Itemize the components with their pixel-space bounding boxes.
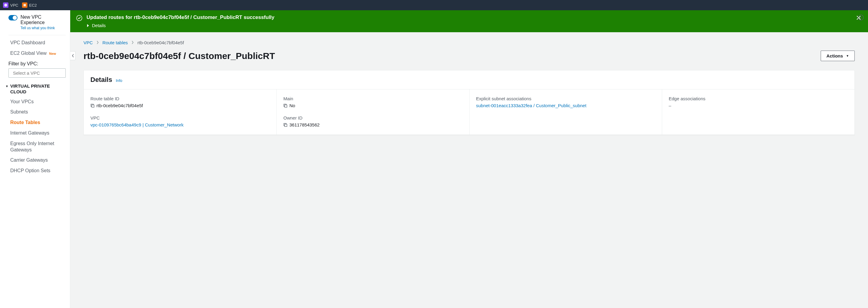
- label-explicit-subnet: Explicit subnet associations: [476, 96, 655, 101]
- chevron-right-icon: [96, 40, 99, 45]
- details-panel: Details Info Route table ID rtb-0ceb9e04…: [84, 70, 855, 135]
- caret-down-icon: ▼: [846, 54, 849, 58]
- label-owner-id: Owner ID: [283, 115, 462, 121]
- service-label: EC2: [29, 3, 37, 7]
- value-vpc-link[interactable]: vpc-0109765bc64ba49c9 | Customer_Network: [90, 122, 184, 127]
- breadcrumb-vpc[interactable]: VPC: [84, 40, 93, 45]
- breadcrumb-current: rtb-0ceb9e04c7bf04e5f: [137, 40, 184, 45]
- sidebar-collapse-handle[interactable]: [70, 51, 76, 60]
- filter-vpc-select[interactable]: [8, 68, 66, 78]
- page-title: rtb-0ceb9e04c7bf04e5f / Customer_PublicR…: [84, 51, 275, 61]
- nav-subnets[interactable]: Subnets: [0, 107, 70, 117]
- actions-label: Actions: [827, 53, 843, 59]
- value-route-table-id: rtb-0ceb9e04c7bf04e5f: [96, 103, 143, 108]
- nav-route-tables[interactable]: Route Tables: [0, 117, 70, 128]
- value-owner-id: 361178543562: [289, 122, 319, 127]
- breadcrumb-route-tables[interactable]: Route tables: [102, 40, 128, 45]
- copy-button[interactable]: [283, 123, 287, 128]
- nav-dhcp-option-sets[interactable]: DHCP Option Sets: [0, 166, 70, 176]
- new-experience-label: New VPC Experience: [21, 14, 66, 25]
- label-route-table-id: Route table ID: [90, 96, 270, 101]
- copy-icon: [90, 104, 95, 108]
- nav-label: EC2 Global View: [10, 50, 47, 56]
- service-link-vpc[interactable]: VPC: [3, 2, 19, 8]
- flash-details-label: Details: [92, 23, 106, 28]
- svg-rect-14: [285, 124, 287, 127]
- vpc-service-icon: [3, 2, 8, 8]
- success-flash: Updated routes for rtb-0ceb9e04c7bf04e5f…: [70, 10, 868, 32]
- nav-vpc-dashboard[interactable]: VPC Dashboard: [0, 38, 70, 48]
- nav-your-vpcs[interactable]: Your VPCs: [0, 97, 70, 107]
- caret-right-icon: [87, 24, 90, 27]
- feedback-link[interactable]: Tell us what you think: [21, 26, 66, 30]
- nav-egress-only-igw[interactable]: Egress Only Internet Gateways: [0, 138, 70, 156]
- top-service-bar: VPC EC2: [0, 0, 868, 10]
- value-explicit-subnet-link[interactable]: subnet-001eacc1333a32fea / Customer_Publ…: [476, 103, 587, 108]
- nav-ec2-global[interactable]: EC2 Global View New: [0, 48, 70, 59]
- svg-rect-10: [92, 105, 94, 107]
- divider: [8, 35, 66, 35]
- panel-title: Details: [90, 76, 112, 84]
- svg-rect-8: [861, 17, 861, 19]
- value-main: No: [289, 103, 295, 108]
- value-edge-associations: –: [669, 103, 671, 108]
- success-check-icon: [76, 15, 82, 22]
- section-label: VIRTUAL PRIVATE CLOUD: [10, 83, 66, 95]
- filter-vpc-input[interactable]: [13, 70, 70, 76]
- label-edge-associations: Edge associations: [669, 96, 848, 101]
- chevron-left-icon: [72, 54, 74, 58]
- flash-details-toggle[interactable]: Details: [87, 23, 851, 28]
- copy-icon: [283, 104, 287, 108]
- service-label: VPC: [10, 3, 19, 7]
- copy-icon: [283, 123, 287, 127]
- caret-down-icon: ▼: [5, 84, 8, 88]
- main-content: Updated routes for rtb-0ceb9e04c7bf04e5f…: [70, 10, 868, 308]
- nav-internet-gateways[interactable]: Internet Gateways: [0, 128, 70, 138]
- page-info-icon[interactable]: [858, 14, 864, 22]
- label-vpc: VPC: [90, 115, 270, 121]
- label-main: Main: [283, 96, 462, 101]
- actions-button[interactable]: Actions ▼: [821, 50, 855, 61]
- sidebar: New VPC Experience Tell us what you thin…: [0, 10, 70, 308]
- new-experience-toggle[interactable]: [8, 15, 18, 21]
- svg-rect-0: [24, 4, 26, 6]
- panel-info-link[interactable]: Info: [116, 78, 122, 83]
- svg-point-7: [861, 16, 861, 16]
- copy-button[interactable]: [90, 104, 95, 109]
- nav-carrier-gateways[interactable]: Carrier Gateways: [0, 155, 70, 166]
- copy-button[interactable]: [283, 104, 287, 109]
- filter-by-vpc-label: Filter by VPC:: [0, 59, 70, 68]
- svg-rect-12: [285, 105, 287, 107]
- ec2-service-icon: [22, 2, 27, 8]
- flash-message: Updated routes for rtb-0ceb9e04c7bf04e5f…: [87, 14, 851, 21]
- breadcrumb: VPC Route tables rtb-0ceb9e04c7bf04e5f: [84, 40, 855, 45]
- section-virtual-private-cloud[interactable]: ▼ VIRTUAL PRIVATE CLOUD: [0, 81, 70, 97]
- chevron-right-icon: [131, 40, 134, 45]
- new-badge: New: [48, 52, 56, 56]
- service-link-ec2[interactable]: EC2: [22, 2, 37, 8]
